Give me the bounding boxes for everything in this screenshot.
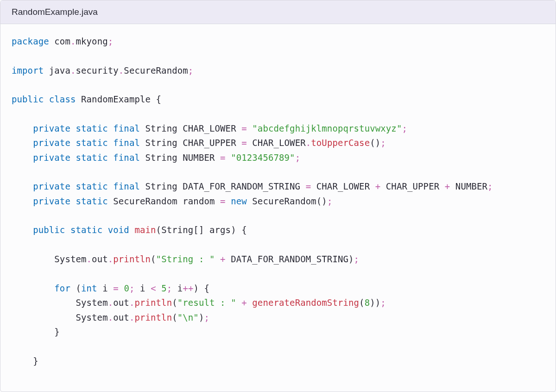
class-name: RandomExample [81,94,151,104]
op-semi: ; [380,138,386,148]
lparen: ( [151,254,156,264]
pkg-mkyong: mkyong [76,36,108,46]
kw-for: for [54,283,70,293]
id-i: i [102,283,108,293]
type-securerandom: SecureRandom [124,65,188,76]
type-securerandom: SecureRandom [113,196,177,206]
kw-final: final [113,123,140,133]
pkg-java: java [49,65,70,76]
m-println: println [113,254,151,264]
type-string: String [145,138,177,148]
num-5: 5 [161,283,167,293]
rparen: ) [231,225,236,235]
op-eq: = [220,152,226,163]
kw-static: static [76,196,107,206]
kw-public: public [33,225,65,235]
id-system: System [76,312,107,322]
id-out: out [113,312,129,322]
id-number: NUMBER [455,181,487,191]
lparen: ( [359,297,365,308]
kw-static: static [76,152,107,163]
op-plus: + [445,181,450,191]
rbrace: } [54,327,60,337]
id-charlower: CHAR_LOWER [183,123,236,133]
kw-private: private [33,138,70,148]
kw-final: final [113,138,140,148]
str-number: "0123456789" [231,152,295,163]
lparen: ( [172,297,177,308]
str-stringlbl: "String : " [156,254,215,264]
id-charlower: CHAR_LOWER [252,138,305,148]
op-dot: . [70,36,76,46]
kw-private: private [33,152,70,163]
op-semi: ; [380,297,386,308]
kw-static: static [70,225,102,235]
id-i: i [177,283,183,293]
op-eq: = [306,181,311,191]
type-securerandom: SecureRandom [252,196,316,206]
op-dot: . [108,312,114,322]
op-eq: = [220,196,226,206]
id-data: DATA_FOR_RANDOM_STRING [231,254,348,264]
id-charlower: CHAR_LOWER [316,181,370,191]
kw-static: static [76,138,107,148]
op-semi: ; [295,152,301,163]
lparen: ( [172,312,177,322]
id-number: NUMBER [183,152,215,163]
str-result: "result : " [177,297,236,308]
num-0: 0 [124,283,129,293]
kw-static: static [76,181,107,191]
op-plus: + [220,254,226,264]
kw-private: private [33,196,70,206]
rparen: ) [193,283,199,293]
pkg-security: security [76,65,118,76]
op-semi: ; [167,283,172,293]
id-charupper: CHAR_UPPER [183,138,236,148]
lparen: ( [76,283,81,293]
rparen: ) [370,297,375,308]
kw-public: public [12,94,44,104]
id-args: args [209,225,231,235]
op-dot: . [119,65,124,76]
file-header: RandomExample.java [0,0,556,24]
kw-static: static [76,123,107,133]
type-string: String [145,181,177,191]
op-semi: ; [129,283,135,293]
kw-void: void [108,225,129,235]
rparen: ) [348,254,354,264]
op-eq: = [241,138,247,148]
lbracket: [ [193,225,199,235]
kw-private: private [33,181,70,191]
op-dot: . [70,65,76,76]
id-out: out [113,297,129,308]
id-random: random [183,196,215,206]
str-nl: "\n" [177,312,199,322]
lbrace: { [241,225,247,235]
id-system: System [54,254,86,264]
m-println: println [134,312,172,322]
m-touppercase: toUpperCase [311,138,370,148]
lparen: ( [370,138,375,148]
rparen: ) [322,196,327,206]
kw-final: final [113,152,140,163]
id-i: i [140,283,145,293]
code-block: package com.mkyong; import java.security… [0,24,556,379]
m-main: main [134,225,156,235]
id-data: DATA_FOR_RANDOM_STRING [183,181,300,191]
op-dot: . [129,312,135,322]
id-system: System [76,297,107,308]
rparen: ) [375,297,381,308]
filename-label: RandomExample.java [12,7,98,17]
op-dot: . [108,254,114,264]
m-println: println [134,297,172,308]
type-string: String [145,152,177,163]
rparen: ) [375,138,381,148]
rbracket: ] [199,225,204,235]
op-semi: ; [108,36,114,46]
rbrace: } [33,356,38,366]
lbrace: { [156,94,162,104]
kw-class: class [49,94,76,104]
kw-int: int [81,283,97,293]
lparen: ( [316,196,322,206]
op-semi: ; [487,181,493,191]
